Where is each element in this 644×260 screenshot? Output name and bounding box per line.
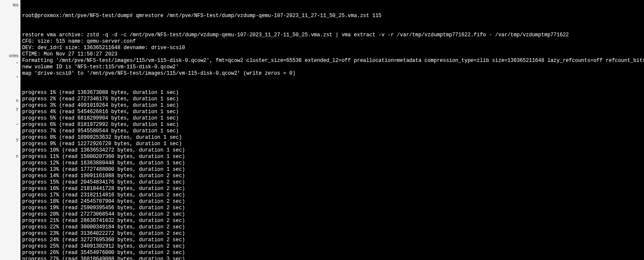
terminal-progress-line: progress 3% (read 4091019264 bytes, dura… [22, 102, 642, 109]
terminal-output-line: new volume ID is 'NFS-test:115/vm-115-di… [22, 64, 642, 70]
terminal-progress-line: progress 2% (read 2727346176 bytes, dura… [22, 96, 642, 102]
sidebar-arrow-2[interactable]: ▸ [1, 121, 19, 127]
terminal-progress-line: progress 6% (read 8181972992 bytes, dura… [22, 122, 642, 128]
sidebar-item-6[interactable]: ories [1, 52, 19, 60]
sidebar-item-10[interactable]: n [1, 96, 19, 105]
terminal-output-line: CTIME: Mon Nov 27 11:50:27 2023 [22, 51, 642, 58]
terminal-progress-line: progress 20% (read 27273068544 bytes, du… [22, 211, 642, 218]
terminal-progress-line: progress 24% (read 32727695360 bytes, du… [22, 237, 642, 243]
terminal-output-line: restore vma archive: zstd -q -d -c /mnt/… [22, 32, 642, 38]
terminal-progress-line: progress 23% (read 31364022272 bytes, du… [22, 231, 642, 237]
sidebar-arrow-1[interactable]: ▸ [1, 74, 19, 79]
terminal-progress-line: progress 4% (read 5454626816 bytes, dura… [22, 109, 642, 115]
terminal-progress-line: progress 12% (read 16363880448 bytes, du… [22, 160, 642, 167]
sidebar-item-0[interactable]: tes [1, 1, 19, 9]
terminal-progress-line: progress 7% (read 9545580544 bytes, dura… [22, 128, 642, 134]
terminal-progress-line: progress 18% (read 24545787904 bytes, du… [22, 199, 642, 205]
terminal-progress-line: progress 19% (read 25909395456 bytes, du… [22, 205, 642, 211]
terminal-progress-line: progress 1% (read 1363673088 bytes, dura… [22, 90, 642, 96]
terminal-progress-line: progress 11% (read 15000207360 bytes, du… [22, 154, 642, 160]
terminal-progress-line: progress 22% (read 30000349184 bytes, du… [22, 224, 642, 231]
terminal-command: qmrestore /mnt/pve/NFS-test/dump/vzdump-… [136, 13, 381, 19]
terminal-progress-line: progress 25% (read 34091302912 bytes, du… [22, 243, 642, 250]
sidebar-arrow-0[interactable]: ▸ [1, 60, 19, 65]
terminal-prompt: root@proxmox:/mnt/pve/NFS-test/dump# [22, 13, 136, 19]
terminal-progress-line: progress 9% (read 12272926720 bytes, dur… [22, 141, 642, 147]
terminal-output-line: map 'drive-scsi0' to '/mnt/pve/NFS-test/… [22, 70, 642, 77]
terminal-output-line: Formatting '/mnt/pve/NFS-test/images/115… [22, 58, 642, 64]
terminal-progress-line: progress 26% (read 35454976000 bytes, du… [22, 250, 642, 256]
terminal-progress-line: progress 15% (read 20454834176 bytes, du… [22, 179, 642, 186]
terminal-output[interactable]: root@proxmox:/mnt/pve/NFS-test/dump# qmr… [20, 0, 644, 260]
sidebar-item-15[interactable]: y [1, 135, 19, 143]
terminal-progress-line: progress 13% (read 17727488000 bytes, du… [22, 167, 642, 173]
terminal-progress-line: progress 27% (read 36818649088 bytes, du… [22, 256, 642, 260]
sidebar: tes ories ▸ ▸ n y ▸ y n [0, 0, 20, 260]
terminal-progress-line: progress 17% (read 23182114816 bytes, du… [22, 192, 642, 199]
terminal-output-line: DEV: dev_id=1 size: 136365211648 devname… [22, 45, 642, 51]
terminal-output-line: CFG: size: 515 name: qemu-server.conf [22, 38, 642, 45]
terminal-command-line: root@proxmox:/mnt/pve/NFS-test/dump# qmr… [22, 13, 642, 19]
terminal-progress-line: progress 8% (read 10909253632 bytes, dur… [22, 134, 642, 141]
sidebar-item-17[interactable]: n [1, 152, 19, 160]
terminal-progress-line: progress 16% (read 21818441728 bytes, du… [22, 186, 642, 192]
sidebar-item-11[interactable]: y [1, 105, 19, 113]
terminal-progress-line: progress 5% (read 6818299904 bytes, dura… [22, 115, 642, 122]
terminal-progress-line: progress 14% (read 19091161088 bytes, du… [22, 173, 642, 179]
terminal-progress-line: progress 21% (read 28636741632 bytes, du… [22, 218, 642, 224]
terminal-progress-line: progress 10% (read 13636534272 bytes, du… [22, 147, 642, 154]
